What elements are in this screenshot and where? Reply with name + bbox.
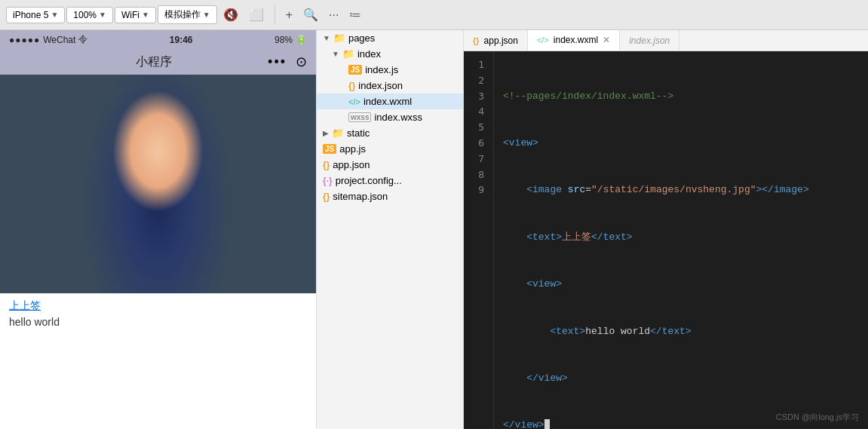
filetree-label: index.js: [365, 64, 398, 75]
simulate-selector[interactable]: 模拟操作 ▼: [158, 5, 217, 24]
filetree-label: pages: [348, 32, 375, 44]
filetree-item-index-wxss[interactable]: wxss index.wxss: [317, 109, 463, 125]
display-icon[interactable]: ⬜: [244, 5, 268, 25]
phone-content: 上上签 hello world: [0, 75, 316, 429]
network-selector[interactable]: WiFi ▼: [115, 7, 156, 23]
device-selector[interactable]: iPhone 5 ▼: [6, 7, 65, 23]
tab-label: index.json: [629, 35, 670, 46]
app-name: WeChat: [43, 35, 75, 45]
main-toolbar: iPhone 5 ▼ 100% ▼ WiFi ▼ 模拟操作 ▼ 🔇 ⬜ + 🔍 …: [0, 0, 868, 30]
folder-icon: 📁: [333, 32, 345, 44]
file-tree-panel: ▼ 📁 pages ▼ 📁 index JS index.js {} index…: [317, 30, 464, 429]
folder-icon: 📁: [332, 127, 344, 139]
phone-nav-icons: ••• ⊙: [268, 54, 307, 70]
chevron-down-icon: ▼: [51, 11, 58, 19]
config-file-icon: {·}: [323, 176, 333, 186]
js-file-icon: JS: [323, 144, 336, 154]
filetree-label: app.js: [339, 143, 366, 155]
filetree-label: sitemap.json: [333, 191, 388, 202]
phone-nav-bar: 小程序 ••• ⊙: [0, 49, 316, 75]
tab-close-button[interactable]: ✕: [603, 35, 610, 45]
line-num: 6: [467, 136, 490, 152]
network-label: WiFi: [121, 10, 140, 20]
line-num: 7: [467, 152, 490, 167]
filetree-item-app-json[interactable]: {} app.json: [317, 157, 463, 173]
code-line-1: <!--pages/index/index.wxml-->: [503, 89, 859, 105]
tab-index-wxml[interactable]: </> index.wxml ✕: [528, 30, 620, 51]
folder-icon: 📁: [342, 48, 354, 60]
zoom-selector[interactable]: 100% ▼: [66, 7, 113, 23]
more-button[interactable]: ···: [324, 5, 343, 25]
filetree-label: index.wxml: [363, 96, 412, 107]
chevron-down-icon: ▼: [203, 11, 210, 19]
code-line-4: <text>上上签</text>: [503, 230, 859, 246]
tab-label: app.json: [484, 35, 518, 46]
phone-time: 19:46: [170, 35, 193, 45]
line-num: 3: [467, 89, 490, 105]
filetree-item-static[interactable]: ▶ 📁 static: [317, 125, 463, 141]
filetree-label: app.json: [333, 159, 370, 170]
wxml-tab-icon: </>: [537, 35, 549, 44]
line-num: 1: [467, 57, 490, 73]
device-group: iPhone 5 ▼ 100% ▼ WiFi ▼ 模拟操作 ▼ 🔇 ⬜: [6, 5, 275, 25]
code-content[interactable]: <!--pages/index/index.wxml--> <view> <im…: [494, 51, 868, 429]
filetree-item-sitemap-json[interactable]: {} sitemap.json: [317, 188, 463, 204]
filetree-label: project.config...: [336, 175, 402, 186]
filetree-label: static: [347, 127, 370, 139]
line-num: 4: [467, 104, 490, 120]
phone-image: [0, 75, 316, 293]
add-button[interactable]: +: [281, 5, 297, 25]
filetree-item-pages[interactable]: ▼ 📁 pages: [317, 30, 463, 46]
filetree-label: index.json: [358, 80, 403, 91]
battery-percent: 98%: [275, 35, 293, 45]
search-button[interactable]: 🔍: [299, 5, 323, 25]
phone-title: 小程序: [136, 54, 172, 70]
chevron-down-icon: ▼: [99, 11, 106, 19]
zoom-label: 100%: [73, 10, 97, 20]
phone-text-section: 上上签 hello world: [0, 293, 316, 334]
main-area: ●●●●● WeChat 令 19:46 98% 🔋 小程序 ••• ⊙ 上上: [0, 30, 868, 429]
phone-status-bar: ●●●●● WeChat 令 19:46 98% 🔋: [0, 30, 316, 49]
filetree-item-index[interactable]: ▼ 📁 index: [317, 46, 463, 62]
wxss-file-icon: wxss: [348, 112, 371, 122]
tab-label: index.wxml: [554, 35, 598, 45]
json-file-icon: {}: [323, 192, 330, 202]
signal-indicator: ●●●●●: [9, 35, 40, 45]
expand-icon: ▼: [323, 34, 330, 42]
portrait-image: [0, 75, 316, 293]
sound-icon[interactable]: 🔇: [219, 5, 243, 25]
filetree-item-project-config[interactable]: {·} project.config...: [317, 173, 463, 188]
wifi-icon: 令: [78, 33, 87, 46]
filetree-item-index-json[interactable]: {} index.json: [317, 78, 463, 93]
json-file-icon: {}: [323, 160, 330, 170]
tab-app-json[interactable]: {} app.json: [464, 30, 528, 51]
simulate-label: 模拟操作: [164, 8, 201, 21]
code-line-3: <image src="/static/images/nvsheng.jpg">…: [503, 182, 859, 198]
code-line-2: <view>: [503, 136, 859, 152]
battery-icon: 🔋: [296, 35, 307, 45]
filetree-item-index-wxml[interactable]: </> index.wxml: [317, 93, 463, 109]
line-num: 2: [467, 73, 490, 89]
phone-link-text: 上上签: [9, 299, 307, 313]
filetree-label: index.wxss: [374, 112, 422, 123]
filetree-label: index: [357, 48, 381, 60]
watermark: CSDN @向long.js学习: [776, 412, 859, 423]
line-num: 9: [467, 182, 490, 198]
expand-icon: ▼: [332, 50, 339, 58]
record-icon: ⊙: [296, 54, 307, 70]
filetree-item-app-js[interactable]: JS app.js: [317, 141, 463, 157]
wxml-file-icon: </>: [348, 97, 360, 106]
filetree-item-index-js[interactable]: JS index.js: [317, 62, 463, 78]
editor-tabs: {} app.json </> index.wxml ✕ index.json: [464, 30, 868, 51]
editor-panel: {} app.json </> index.wxml ✕ index.json …: [464, 30, 868, 429]
device-label: iPhone 5: [13, 10, 48, 20]
phone-body-text: hello world: [9, 316, 60, 328]
json-tab-icon: {}: [473, 36, 480, 45]
code-line-5: <view>: [503, 277, 859, 293]
format-button[interactable]: ≔: [345, 5, 366, 25]
js-file-icon: JS: [348, 65, 362, 75]
code-line-6: <text>hello world</text>: [503, 324, 859, 340]
line-num: 5: [467, 120, 490, 136]
code-line-7: </view>: [503, 371, 859, 387]
tab-index-json[interactable]: index.json: [620, 30, 679, 51]
